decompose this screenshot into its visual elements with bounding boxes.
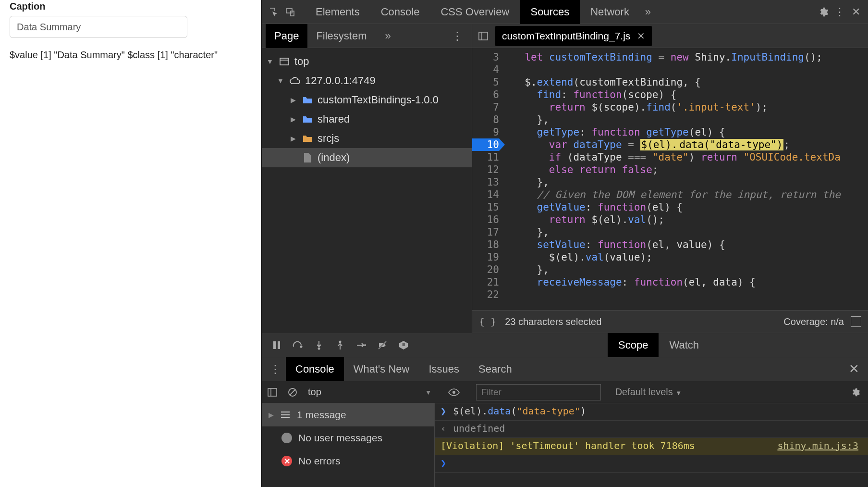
step-into-button[interactable] — [309, 335, 329, 355]
console-input-line: ❯ $(el).data("data-type") — [435, 403, 868, 421]
clear-console-icon[interactable] — [285, 385, 300, 400]
svg-point-10 — [318, 347, 320, 350]
file-tab-label: customTextInputBinding_7.js — [502, 30, 630, 42]
navigator-column: Page Filesystem » ⋮ ▼ top ▼ — [262, 24, 472, 333]
console-prompt[interactable]: ❯ — [435, 455, 868, 473]
svg-rect-2 — [280, 58, 289, 65]
close-devtools-icon[interactable]: ✕ — [848, 4, 864, 20]
chevron-right-icon: ▶ — [289, 115, 297, 123]
svg-point-14 — [364, 344, 366, 346]
tree-index-label: (index) — [318, 151, 350, 164]
device-toggle-icon[interactable] — [282, 4, 298, 20]
subtab-menu-icon[interactable]: ⋮ — [447, 29, 468, 43]
tab-css-overview[interactable]: CSS Overview — [430, 0, 520, 24]
selection-status: 23 characters selected — [505, 316, 601, 327]
code-editor[interactable]: 345678910111213141516171819202122 let cu… — [472, 48, 868, 310]
drawer-tab-search[interactable]: Search — [469, 357, 522, 381]
toggle-panel-icon[interactable] — [475, 28, 491, 44]
tab-scope[interactable]: Scope — [608, 333, 659, 357]
folder-icon — [301, 94, 314, 106]
drawer-menu-icon[interactable]: ⋮ — [265, 362, 286, 376]
deactivate-breakpoints-button[interactable] — [372, 335, 392, 355]
input-chevron-icon: ❯ — [440, 405, 448, 417]
output-chevron-icon: ‹ — [440, 423, 448, 434]
console-context[interactable]: top — [305, 387, 324, 398]
drawer-tab-console[interactable]: Console — [286, 357, 344, 381]
tree-folder-label: srcjs — [318, 132, 339, 145]
kebab-menu-icon[interactable]: ⋮ — [831, 4, 848, 20]
svg-rect-19 — [268, 388, 277, 396]
console-settings-icon[interactable] — [846, 387, 865, 397]
tree-top[interactable]: ▼ top — [262, 52, 472, 71]
tree-folder[interactable]: ▶ customTextBindings-1.0.0 — [262, 90, 472, 110]
tab-elements[interactable]: Elements — [305, 0, 370, 24]
pause-on-exceptions-button[interactable] — [393, 335, 414, 355]
tree-file-index[interactable]: (index) — [262, 148, 472, 167]
console-input-text: $(el).data("data-type") — [453, 405, 586, 417]
tree-top-label: top — [294, 55, 309, 68]
sources-panel: Page Filesystem » ⋮ ▼ top ▼ — [262, 24, 868, 333]
sidebar-all-messages[interactable]: ▶ 1 message — [262, 403, 434, 426]
tab-sources[interactable]: Sources — [520, 0, 580, 24]
tab-network[interactable]: Network — [580, 0, 640, 24]
app-pane: Caption $value [1] "Data Summary" $class… — [0, 0, 261, 487]
tree-folder[interactable]: ▶ srcjs — [262, 129, 472, 148]
file-tree: ▼ top ▼ 127.0.0.1:4749 ▶ — [262, 48, 472, 333]
toggle-sidebar-icon[interactable] — [265, 385, 280, 400]
file-tab[interactable]: customTextInputBinding_7.js ✕ — [495, 26, 652, 46]
tree-host-label: 127.0.0.1:4749 — [305, 75, 376, 87]
drawer-tab-whatsnew[interactable]: What's New — [344, 357, 419, 381]
sidebar-errors[interactable]: ✕ No errors — [262, 450, 434, 473]
chevron-right-icon: ▶ — [289, 96, 297, 104]
folder-icon — [301, 113, 314, 125]
console-violation-line: [Violation] 'setTimeout' handler took 71… — [435, 438, 868, 455]
live-expression-icon[interactable] — [446, 385, 462, 400]
svg-point-23 — [452, 391, 455, 394]
app-output: $value [1] "Data Summary" $class [1] "ch… — [10, 50, 252, 61]
chevron-down-icon: ▼ — [266, 58, 274, 65]
format-braces-icon[interactable]: { } — [479, 316, 496, 327]
violation-source-link[interactable]: shiny.min.js:3 — [777, 440, 862, 451]
chevron-right-icon: ▶ — [269, 411, 274, 419]
line-gutter[interactable]: 345678910111213141516171819202122 — [472, 48, 506, 310]
console-toolbar: top ▼ Default levels ▼ — [262, 381, 868, 403]
code-content[interactable]: let customTextBinding = new Shiny.InputB… — [506, 48, 868, 310]
user-icon — [281, 432, 293, 444]
step-out-button[interactable] — [330, 335, 350, 355]
pause-button[interactable] — [267, 335, 287, 355]
list-icon — [280, 409, 291, 421]
svg-rect-4 — [479, 32, 488, 40]
log-levels-select[interactable]: Default levels ▼ — [615, 387, 682, 398]
more-tabs-icon[interactable]: » — [640, 4, 656, 20]
subtab-filesystem[interactable]: Filesystem — [307, 24, 375, 48]
caption-input[interactable] — [10, 16, 187, 38]
console-filter-input[interactable] — [476, 384, 601, 400]
subtab-more-icon[interactable]: » — [385, 30, 391, 42]
coverage-toggle-icon[interactable] — [851, 316, 861, 327]
console-output-line: ‹ undefined — [435, 421, 868, 438]
inspect-icon[interactable] — [266, 4, 282, 20]
tree-folder[interactable]: ▶ shared — [262, 110, 472, 129]
sidebar-item-label: No user messages — [298, 432, 382, 444]
step-over-button[interactable] — [288, 335, 308, 355]
subtab-page[interactable]: Page — [266, 24, 307, 48]
svg-rect-7 — [278, 341, 280, 349]
console-body: ▶ 1 message No user messages ✕ No errors — [262, 403, 868, 487]
close-drawer-icon[interactable]: ✕ — [843, 362, 865, 376]
folder-icon — [301, 132, 314, 145]
console-lines[interactable]: ❯ $(el).data("data-type") ‹ undefined [V… — [435, 403, 868, 487]
drawer-tab-issues[interactable]: Issues — [419, 357, 469, 381]
editor-filebar: customTextInputBinding_7.js ✕ — [472, 24, 868, 48]
prompt-chevron-icon: ❯ — [440, 457, 446, 469]
svg-point-12 — [339, 340, 342, 343]
settings-icon[interactable] — [815, 4, 831, 20]
context-caret-icon[interactable]: ▼ — [425, 388, 432, 396]
console-drawer: ⋮ Console What's New Issues Search ✕ top… — [262, 357, 868, 487]
step-button[interactable] — [351, 335, 371, 355]
tree-host[interactable]: ▼ 127.0.0.1:4749 — [262, 71, 472, 90]
sidebar-user-messages[interactable]: No user messages — [262, 426, 434, 450]
tab-console[interactable]: Console — [370, 0, 430, 24]
tab-watch[interactable]: Watch — [659, 333, 709, 357]
tree-folder-label: shared — [318, 113, 350, 125]
close-file-icon[interactable]: ✕ — [637, 30, 645, 42]
